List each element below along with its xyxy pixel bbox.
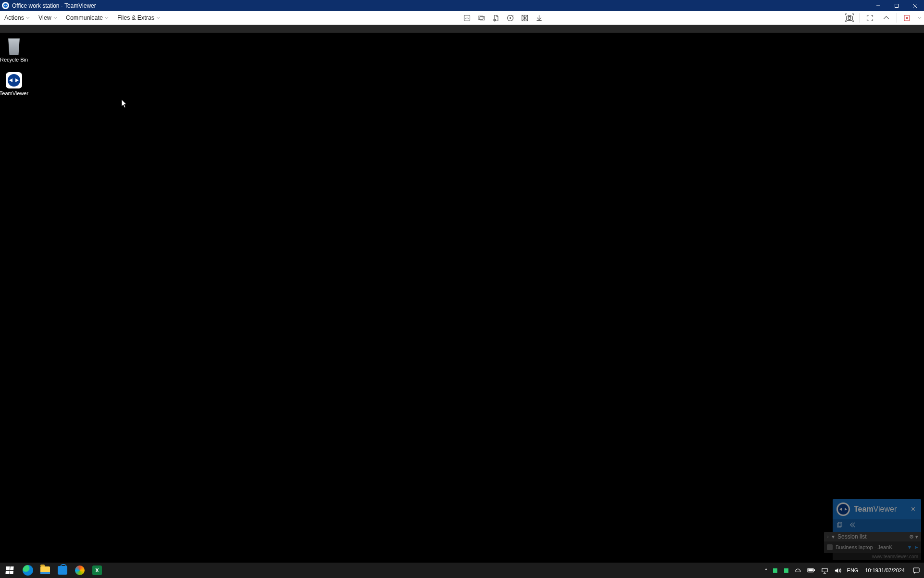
user-icon <box>827 544 833 550</box>
svg-rect-8 <box>478 16 483 19</box>
close-session-dropdown[interactable] <box>915 11 924 25</box>
session-list-header[interactable]: › ▾ Session list ⚙ ▾ <box>824 532 921 541</box>
pointer-icon[interactable]: ➤ <box>914 544 918 551</box>
collapse-toolbar-icon[interactable] <box>878 11 895 25</box>
download-icon[interactable] <box>532 11 546 25</box>
desktop-icon-teamviewer[interactable]: TeamViewer <box>0 72 32 96</box>
teamviewer-toolbar: Actions View Communicate Files & Extras <box>0 11 924 25</box>
windows-logo-icon <box>5 566 13 574</box>
screenshot-icon[interactable] <box>841 11 858 25</box>
menu-view[interactable]: View <box>34 11 62 25</box>
chevron-right-icon[interactable]: › <box>827 533 829 540</box>
svg-rect-28 <box>838 522 842 526</box>
language-indicator: ENG <box>847 567 859 573</box>
collapse-left-icon[interactable] <box>849 522 856 529</box>
svg-rect-1 <box>895 4 899 7</box>
taskbar-store[interactable] <box>54 563 71 578</box>
tray-network-icon[interactable] <box>818 563 831 578</box>
teamviewer-titlebar: Office work station - TeamViewer <box>0 0 924 11</box>
chevron-down-icon <box>26 14 30 21</box>
session-panel-header[interactable]: TeamViewer × <box>833 499 921 519</box>
session-panel-close-button[interactable]: × <box>909 504 917 515</box>
session-name: Business laptop - JeanK <box>836 544 905 550</box>
menu-actions-label: Actions <box>4 14 24 21</box>
monitors-icon[interactable] <box>474 11 488 25</box>
session-row[interactable]: Business laptop - JeanK ▾ ➤ <box>824 541 921 553</box>
svg-rect-9 <box>480 16 485 20</box>
system-tray: ˄ ENG 10:19 31/07/2024 <box>762 563 924 578</box>
window-minimize-button[interactable] <box>869 0 887 11</box>
session-panel-brand: TeamViewer <box>854 505 897 514</box>
taskbar-excel[interactable]: X <box>88 563 106 578</box>
edge-icon <box>23 565 33 576</box>
separator <box>860 13 860 23</box>
tray-overflow-button[interactable]: ˄ <box>762 563 770 578</box>
session-panel-tools <box>833 519 921 532</box>
window-maximize-button[interactable] <box>887 0 906 11</box>
taskbar-edge[interactable] <box>19 563 37 578</box>
store-icon <box>58 566 67 575</box>
whiteboard-icon[interactable] <box>517 11 532 25</box>
folder-icon <box>40 566 50 574</box>
file-transfer-icon[interactable] <box>488 11 503 25</box>
session-panel-footer: www.teamviewer.com <box>833 553 921 560</box>
start-button[interactable] <box>0 563 19 578</box>
fullscreen-icon[interactable] <box>862 11 878 25</box>
toolbar-dark-strip <box>0 25 924 33</box>
desktop-icon-label: Recycle Bin <box>0 57 32 63</box>
tray-nvidia-icon[interactable] <box>770 563 780 578</box>
teamviewer-logo-icon <box>837 503 850 516</box>
desktop-icon-label: TeamViewer <box>0 90 32 96</box>
svg-rect-32 <box>822 568 827 572</box>
svg-rect-27 <box>837 523 841 527</box>
menu-communicate-label: Communicate <box>66 14 103 21</box>
gear-icon[interactable]: ⚙ ▾ <box>909 534 918 540</box>
tray-action-center[interactable] <box>909 563 924 578</box>
svg-rect-30 <box>814 569 815 571</box>
chevron-down-icon <box>156 14 160 21</box>
separator <box>897 13 897 23</box>
tray-onedrive-icon[interactable] <box>791 563 804 578</box>
svg-point-12 <box>509 17 511 18</box>
teamviewer-logo-icon <box>2 2 9 9</box>
window-title: Office work station - TeamViewer <box>12 2 96 9</box>
recycle-bin-icon <box>6 38 22 55</box>
chevron-down-icon <box>53 14 57 21</box>
tray-volume-icon[interactable] <box>831 563 844 578</box>
svg-rect-35 <box>913 568 919 572</box>
remote-cursor-icon <box>122 100 127 108</box>
record-icon[interactable] <box>503 11 517 25</box>
clock-date: 31/07/2024 <box>878 567 905 574</box>
menu-view-label: View <box>38 14 51 21</box>
tray-clock[interactable]: 10:19 31/07/2024 <box>861 563 909 578</box>
menu-files-extras[interactable]: Files & Extras <box>113 11 164 25</box>
remote-desktop[interactable]: Recycle Bin TeamViewer TeamViewer × › ▾ <box>0 33 924 578</box>
svg-rect-31 <box>808 569 812 572</box>
chevron-down-icon <box>105 14 109 21</box>
window-close-button[interactable] <box>906 0 924 11</box>
desktop-icon-recycle-bin[interactable]: Recycle Bin <box>0 38 32 63</box>
clipboard-icon[interactable] <box>837 522 843 529</box>
tray-language[interactable]: ENG <box>844 563 862 578</box>
svg-line-13 <box>512 15 513 16</box>
svg-point-22 <box>848 17 850 19</box>
tray-battery-icon[interactable] <box>804 563 818 578</box>
taskbar-file-explorer[interactable] <box>37 563 54 578</box>
menu-actions[interactable]: Actions <box>0 11 34 25</box>
session-dropdown-icon[interactable]: ▾ <box>908 544 911 551</box>
close-session-button[interactable] <box>899 11 915 25</box>
remote-taskbar: X ˄ ENG 10:19 31/07/2024 <box>0 563 924 578</box>
session-list-label: Session list <box>837 533 867 540</box>
tray-app-icon[interactable] <box>780 563 791 578</box>
m365-icon <box>75 565 85 575</box>
teamviewer-icon <box>6 72 22 88</box>
menu-communicate[interactable]: Communicate <box>62 11 113 25</box>
teamviewer-session-panel: TeamViewer × › ▾ Session list ⚙ ▾ Busine… <box>833 499 921 560</box>
clock-time: 10:19 <box>865 567 878 574</box>
menu-files-extras-label: Files & Extras <box>117 14 154 21</box>
chevron-down-icon[interactable]: ▾ <box>832 533 835 540</box>
taskbar-m365[interactable] <box>71 563 88 578</box>
dashboard-icon[interactable] <box>460 11 474 25</box>
excel-icon: X <box>92 565 102 575</box>
